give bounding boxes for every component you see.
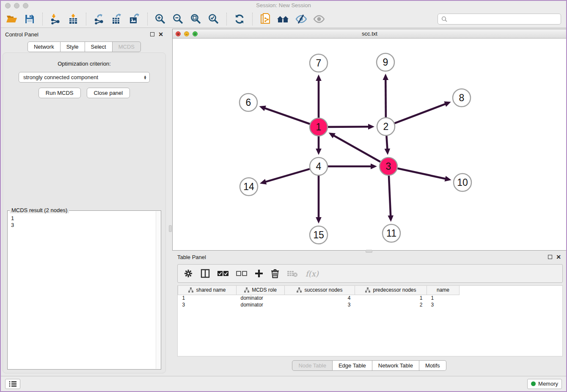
graph-edge-3-10[interactable] [397,168,446,179]
graph-edge-3-11[interactable] [389,176,391,217]
maximize-window-button[interactable] [23,3,28,8]
deselect-all-rows-button[interactable] [236,267,247,280]
network-canvas[interactable]: 7968124314101511 [173,39,567,250]
zoom-out-button[interactable] [171,12,186,26]
graph-node-label: 6 [246,97,251,108]
table-cell[interactable]: 4 [285,295,355,301]
table-cell[interactable]: dominator [237,301,285,308]
zoom-in-button[interactable] [153,12,168,26]
optimization-criterion-select[interactable]: strongly connected component ▲▼ [19,72,150,83]
zoom-fit-button[interactable] [188,12,204,26]
column-header-label: shared name [196,287,226,293]
graph-node-label: 15 [313,229,324,240]
search-input[interactable] [450,16,557,22]
first-neighbors-button[interactable] [275,12,291,26]
graph-edge-2-3[interactable] [386,136,387,150]
zoom-out-icon [173,14,184,25]
column-header-name[interactable]: name [427,286,460,295]
close-panel-button[interactable]: Close panel [87,88,130,98]
graph-arrowhead [445,176,451,181]
toolbar-separator [147,13,148,25]
graph-edge-1-2[interactable] [328,127,369,127]
tab-mcds[interactable]: MCDS [113,41,141,52]
export-network-button[interactable] [91,12,107,26]
toolbar-separator [86,13,86,25]
tab-edge-table[interactable]: Edge Table [333,360,372,371]
tab-network[interactable]: Network [28,41,61,52]
save-session-button[interactable] [22,12,37,26]
show-all-button[interactable] [311,12,326,26]
apply-layout-icon [234,14,245,25]
close-window-button[interactable] [5,3,11,8]
graph-edge-2-8[interactable] [395,104,446,123]
select-all-rows-button[interactable] [217,267,228,280]
float-panel-icon[interactable] [150,32,154,36]
table-cell[interactable]: 3 [285,301,355,308]
import-table-button[interactable] [66,12,81,26]
table-cell[interactable]: 1 [355,295,427,301]
graph-edge-4-14[interactable] [264,169,309,182]
create-column-button[interactable] [255,267,263,280]
close-panel-icon[interactable]: ✕ [158,32,163,36]
column-header-MCDS-role[interactable]: MCDS role [237,286,285,295]
table-cell[interactable]: 3 [178,301,237,308]
network-minimize-button[interactable]: − [184,31,189,36]
graph-edge-1-6[interactable] [264,108,310,124]
apply-layout-button[interactable] [232,12,247,26]
run-mcds-button[interactable]: Run MCDS [39,88,81,98]
mcds-result-text[interactable]: 1 3 [11,215,156,368]
table-cell[interactable]: 1 [427,295,460,301]
clone-network-button[interactable] [258,12,273,26]
function-builder-button[interactable]: f(x) [306,267,319,280]
open-session-button[interactable] [4,12,19,26]
table-cell[interactable]: 2 [355,301,427,308]
graph-edge-2-9[interactable] [385,79,386,117]
mcds-result-box: MCDS result (2 nodes) 1 3 [7,210,161,370]
table-header-row[interactable]: shared nameMCDS rolesuccessor nodesprede… [178,286,460,295]
delete-table-button[interactable] [287,267,298,280]
table-cell[interactable]: 1 [178,295,237,301]
node-table-grid: shared nameMCDS rolesuccessor nodesprede… [178,286,460,308]
panel-splitter-grip[interactable] [169,225,172,232]
export-image-button[interactable] [127,12,142,26]
search-field[interactable] [438,14,561,25]
table-row[interactable]: 3dominator323 [178,301,460,308]
tab-network-table[interactable]: Network Table [372,360,419,371]
tab-select[interactable]: Select [85,41,113,52]
status-menu-button[interactable] [5,379,20,389]
table-settings-button[interactable] [184,267,193,280]
control-panel: Control Panel ✕ NetworkStyleSelectMCDS O… [1,29,168,376]
column-header-predecessor-nodes[interactable]: predecessor nodes [355,286,427,295]
column-header-shared-name[interactable]: shared name [178,286,237,295]
control-panel-title: Control Panel [5,31,150,38]
import-network-button[interactable] [48,12,63,26]
network-close-button[interactable]: ✕ [176,31,181,36]
graph-node-label: 7 [316,58,322,69]
mcds-result-scrollbar[interactable] [156,211,160,369]
tab-node-table[interactable]: Node Table [292,360,333,371]
tab-style[interactable]: Style [61,41,85,52]
show-column-panel-button[interactable] [201,267,210,280]
tab-motifs[interactable]: Motifs [419,360,446,371]
network-maximize-button[interactable]: + [193,31,198,36]
control-panel-header: Control Panel ✕ [1,29,168,40]
column-header-label: MCDS role [252,287,277,293]
node-table: shared nameMCDS rolesuccessor nodesprede… [177,285,563,356]
table-cell[interactable]: 3 [427,301,460,308]
graph-arrowhead [383,74,388,80]
float-table-panel-icon[interactable] [548,255,552,259]
network-graph: 7968124314101511 [173,39,567,250]
table-row[interactable]: 1dominator411 [178,295,460,301]
memory-button[interactable]: Memory [527,379,562,389]
graph-edge-3-1[interactable] [333,135,380,162]
export-table-button[interactable] [109,12,124,26]
main-toolbar [1,10,566,28]
minimize-window-button[interactable] [14,3,19,8]
column-header-successor-nodes[interactable]: successor nodes [285,286,355,295]
zoom-selected-button[interactable] [206,12,221,26]
delete-column-button[interactable] [271,267,279,280]
hide-selected-button[interactable] [293,12,308,26]
close-table-panel-icon[interactable]: ✕ [556,255,561,259]
window-controls[interactable] [5,3,28,8]
table-cell[interactable]: dominator [237,295,285,301]
